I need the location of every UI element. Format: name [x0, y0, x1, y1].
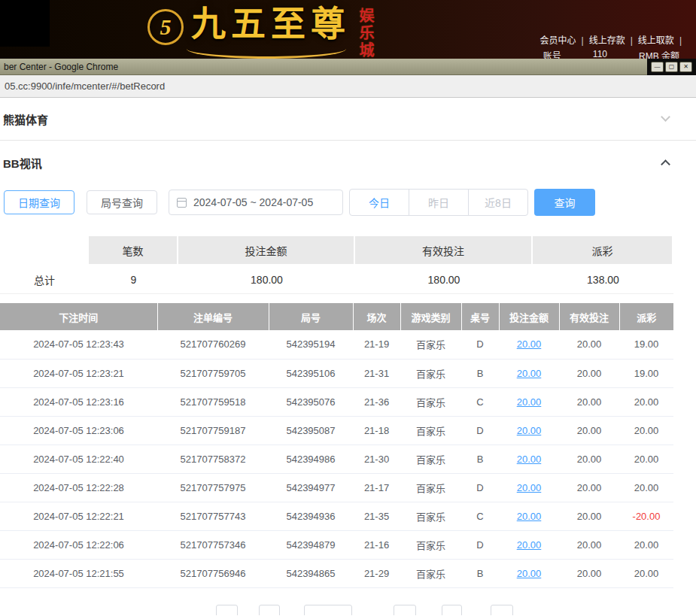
cell-bet-amount[interactable]: 20.00: [499, 330, 559, 359]
summary-table: 笔数 投注金额 有效投注 派彩 总计 9 180.00 180.00 138.0…: [0, 236, 673, 294]
cell-round-id: 542394936: [269, 502, 353, 530]
section-title: BB视讯: [3, 155, 42, 171]
section-panda-sports[interactable]: 熊猫体育: [0, 98, 696, 141]
logo-emblem-icon: 5: [147, 9, 184, 45]
nav-separator: |: [679, 35, 682, 46]
cell-valid-bet: 20.00: [559, 530, 619, 559]
cell-time: 2024-07-05 12:22:40: [0, 445, 157, 473]
cell-table-no: B: [461, 559, 499, 587]
cell-round-id: 542395076: [269, 387, 353, 416]
cell-payout: -20.00: [619, 502, 673, 530]
cell-table-no: C: [461, 502, 499, 530]
cell-order-id: 521707756946: [157, 559, 269, 587]
cell-payout: 20.00: [619, 559, 673, 587]
summary-header-payout: 派彩: [533, 236, 673, 266]
summary-header-blank: [0, 236, 89, 266]
pagination-item[interactable]: [491, 605, 513, 616]
yesterday-button[interactable]: 昨日: [409, 189, 469, 216]
cell-order-id: 521707757743: [157, 502, 269, 530]
cell-table-no: B: [461, 445, 499, 473]
nav-deposit[interactable]: 线上存款: [589, 35, 625, 46]
calendar-icon: [177, 198, 187, 208]
chevron-down-icon[interactable]: [661, 112, 670, 122]
round-query-tab[interactable]: 局号查询: [87, 190, 157, 214]
date-range-value: 2024-07-05 ~ 2024-07-05: [193, 196, 313, 208]
address-bar[interactable]: 05.cc:9900/infe/mcenter/#/betRecord: [0, 75, 696, 98]
cell-game-type: 百家乐: [400, 559, 461, 587]
cell-payout: 19.00: [619, 330, 673, 359]
cell-game-type: 百家乐: [400, 502, 461, 530]
cell-table-no: C: [461, 387, 499, 416]
chrome-window: ber Center - Google Chrome — ▢ ✕ 05.cc:9…: [0, 59, 696, 616]
cell-bet-amount[interactable]: 20.00: [499, 387, 559, 416]
cell-game-type: 百家乐: [400, 416, 461, 445]
today-button[interactable]: 今日: [349, 189, 409, 216]
cell-valid-bet: 20.00: [559, 559, 619, 587]
close-button[interactable]: ✕: [679, 62, 692, 72]
summary-valid-value: 180.00: [355, 266, 533, 294]
window-titlebar[interactable]: ber Center - Google Chrome — ▢ ✕: [0, 59, 696, 75]
cell-game-type: 百家乐: [400, 359, 461, 387]
cell-time: 2024-07-05 12:23:06: [0, 416, 157, 445]
col-table-no: 桌号: [461, 303, 499, 330]
table-row: 2024-07-05 12:22:28521707757975542394977…: [0, 473, 673, 502]
cell-payout: 20.00: [619, 473, 673, 502]
cell-round-id: 542394977: [269, 473, 353, 502]
cell-order-id: 521707759518: [157, 387, 269, 416]
cell-session: 21-31: [353, 359, 400, 387]
pagination-item[interactable]: [394, 605, 416, 616]
table-row: 2024-07-05 12:23:16521707759518542395076…: [0, 387, 673, 416]
nav-member-center[interactable]: 会员中心: [540, 35, 576, 46]
cell-bet-amount[interactable]: 20.00: [499, 502, 559, 530]
cell-payout: 20.00: [619, 416, 673, 445]
cell-time: 2024-07-05 12:23:43: [0, 330, 157, 359]
search-button[interactable]: 查询: [534, 189, 595, 216]
cell-table-no: D: [461, 330, 499, 359]
pagination-item[interactable]: [442, 605, 462, 616]
cell-order-id: 521707759705: [157, 359, 269, 387]
cell-table-no: D: [461, 530, 499, 559]
minimize-button[interactable]: —: [651, 62, 664, 72]
table-row: 2024-07-05 12:22:06521707757346542394879…: [0, 530, 673, 559]
cell-session: 21-19: [353, 330, 400, 359]
nav-separator: |: [631, 35, 633, 46]
cell-bet-amount[interactable]: 20.00: [499, 559, 559, 587]
cell-time: 2024-07-05 12:23:21: [0, 359, 157, 387]
date-query-tab[interactable]: 日期查询: [4, 190, 74, 214]
cell-round-id: 542394865: [269, 559, 353, 587]
maximize-button[interactable]: ▢: [665, 62, 678, 72]
cell-round-id: 542395194: [269, 330, 353, 359]
table-row: 2024-07-05 12:22:40521707758372542394986…: [0, 445, 673, 473]
cell-valid-bet: 20.00: [559, 445, 619, 473]
pagination-item[interactable]: [259, 605, 280, 616]
date-range-input[interactable]: 2024-07-05 ~ 2024-07-05: [169, 190, 343, 215]
table-row: 2024-07-05 12:23:21521707759705542395106…: [0, 359, 673, 387]
table-row: 2024-07-05 12:23:06521707759187542395087…: [0, 416, 673, 445]
cell-bet-amount[interactable]: 20.00: [499, 473, 559, 502]
cell-order-id: 521707759187: [157, 416, 269, 445]
cell-order-id: 521707758372: [157, 445, 269, 473]
cell-game-type: 百家乐: [400, 387, 461, 416]
pagination: [0, 605, 696, 616]
cell-payout: 20.00: [619, 530, 673, 559]
corner-block: [0, 0, 50, 47]
table-row: 2024-07-05 12:22:21521707757743542394936…: [0, 502, 673, 530]
cell-valid-bet: 20.00: [559, 330, 619, 359]
bet-table-body: 2024-07-05 12:23:43521707760269542395194…: [0, 330, 673, 587]
cell-bet-amount[interactable]: 20.00: [499, 359, 559, 387]
window-controls: — ▢ ✕: [647, 59, 696, 75]
cell-bet-amount[interactable]: 20.00: [499, 530, 559, 559]
cell-session: 21-35: [353, 502, 400, 530]
pagination-item[interactable]: [304, 605, 352, 616]
cell-time: 2024-07-05 12:21:55: [0, 559, 157, 587]
cell-time: 2024-07-05 12:22:21: [0, 502, 157, 530]
last-8-days-button[interactable]: 近8日: [468, 189, 528, 216]
section-bb-video[interactable]: BB视讯: [0, 141, 696, 184]
chevron-up-icon[interactable]: [661, 159, 670, 169]
cell-bet-amount[interactable]: 20.00: [499, 445, 559, 473]
pagination-item[interactable]: [216, 605, 238, 616]
cell-bet-amount[interactable]: 20.00: [499, 416, 559, 445]
nav-withdraw[interactable]: 线上取款: [638, 35, 674, 46]
logo-title: 九五至尊: [191, 2, 351, 47]
cell-table-no: D: [461, 473, 499, 502]
